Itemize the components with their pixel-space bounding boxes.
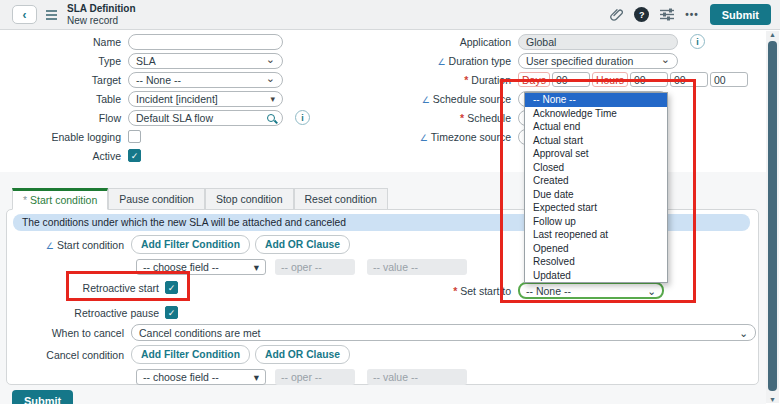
value-field: -- value -- <box>367 369 467 385</box>
add-filter-condition-button[interactable]: Add Filter Condition <box>131 345 250 364</box>
check-icon: ✓ <box>168 283 176 293</box>
duration-label: *Duration <box>390 74 518 86</box>
dropdown-option[interactable]: Acknowledge Time <box>525 107 667 121</box>
retroactive-pause-checkbox[interactable]: ✓ <box>165 306 178 319</box>
set-start-to-label: *Set start to <box>390 285 518 297</box>
page-subtitle: New record <box>67 15 136 27</box>
operator-field: -- oper -- <box>275 259 355 275</box>
more-options-icon[interactable]: ••• <box>685 9 699 20</box>
duration-type-label: ∠Duration type <box>390 55 518 67</box>
when-to-cancel-select[interactable]: Cancel conditions are met⌄ <box>131 324 756 341</box>
duration-type-select[interactable]: User specified duration⌄ <box>518 53 678 69</box>
active-label: Active <box>0 150 128 162</box>
duration-hours-label: Hours <box>592 72 628 87</box>
field-indicator-icon: ∠ <box>46 241 54 251</box>
tab-reset-condition[interactable]: Reset condition <box>294 188 388 210</box>
personalize-form-icon[interactable] <box>660 8 674 21</box>
retroactive-start-checkbox[interactable]: ✓ <box>165 281 178 294</box>
duration-hours-input[interactable]: 00 <box>630 72 668 87</box>
scroll-up-icon[interactable]: ▲ <box>766 31 779 38</box>
name-field[interactable] <box>128 34 283 50</box>
dropdown-option[interactable]: Created <box>525 174 667 188</box>
duration-seconds-input[interactable]: 00 <box>710 72 748 87</box>
dropdown-option[interactable]: Updated <box>525 269 667 283</box>
dropdown-option[interactable]: Actual end <box>525 120 667 134</box>
dropdown-option[interactable]: Follow up <box>525 215 667 229</box>
required-icon: * <box>453 285 457 297</box>
choose-field-select[interactable]: -- choose field --▾ <box>136 259 266 275</box>
dropdown-option[interactable]: -- None -- <box>525 93 667 107</box>
dropdown-option[interactable]: Closed <box>525 161 667 175</box>
check-icon: ✓ <box>168 308 176 318</box>
flow-label: Flow <box>0 112 128 124</box>
dropdown-option[interactable]: Due date <box>525 188 667 202</box>
active-checkbox[interactable]: ✓ <box>128 149 141 162</box>
dropdown-option[interactable]: Expected start <box>525 201 667 215</box>
duration-minutes-input[interactable]: 00 <box>670 72 708 87</box>
required-icon: * <box>464 74 468 86</box>
back-button[interactable]: ‹ <box>12 5 37 24</box>
form-header: ‹ SLA Definition New record ? ••• Submit <box>0 0 780 30</box>
tab-stop-condition[interactable]: Stop condition <box>205 188 294 210</box>
start-condition-label: ∠Start condition <box>7 239 131 251</box>
submit-button-header[interactable]: Submit <box>710 4 771 25</box>
set-start-to-select[interactable]: -- None --⌄ <box>518 282 664 299</box>
cancel-condition-label: Cancel condition <box>7 349 131 361</box>
dropdown-option[interactable]: Last reopened at <box>525 228 667 242</box>
record-title: SLA Definition New record <box>67 3 136 27</box>
chevron-down-icon: ⌄ <box>647 285 656 297</box>
scrollbar-thumb[interactable] <box>768 41 777 391</box>
type-label: Type <box>0 55 128 67</box>
chevron-down-icon: ⌄ <box>739 327 748 339</box>
form-column-left: Name Type SLA⌄ Target -- None --⌄ Table … <box>0 32 390 165</box>
scroll-down-icon[interactable]: ▼ <box>766 396 779 403</box>
timezone-source-label: ∠Timezone source <box>390 131 518 143</box>
attachment-icon[interactable] <box>610 7 623 22</box>
application-field: Global <box>518 34 678 50</box>
add-or-clause-button[interactable]: Add OR Clause <box>255 235 350 254</box>
tab-pause-condition[interactable]: Pause condition <box>108 188 205 210</box>
table-select[interactable]: Incident [incident]▾ <box>128 91 283 107</box>
table-label: Table <box>0 93 128 105</box>
schedule-source-label: ∠Schedule source <box>390 93 518 105</box>
dropdown-option[interactable]: Opened <box>525 242 667 256</box>
help-icon[interactable]: ? <box>634 7 649 22</box>
tab-start-condition[interactable]: *Start condition <box>12 188 108 210</box>
triangle-down-icon: ▾ <box>254 261 259 273</box>
vertical-scrollbar[interactable]: ▲ ▼ <box>766 31 779 403</box>
schedule-label: *Schedule <box>390 112 518 124</box>
field-indicator-icon: ∠ <box>420 133 428 143</box>
add-or-clause-button[interactable]: Add OR Clause <box>255 345 350 364</box>
operator-field: -- oper -- <box>275 369 355 385</box>
submit-button-footer[interactable]: Submit <box>12 390 73 404</box>
name-input[interactable] <box>136 36 275 48</box>
field-indicator-icon: ∠ <box>422 95 430 105</box>
required-icon: * <box>460 112 464 124</box>
retroactive-start-label: Retroactive start <box>7 282 165 294</box>
search-icon[interactable] <box>267 114 275 122</box>
duration-days-label: Days <box>518 72 550 87</box>
dropdown-option[interactable]: Resolved <box>525 255 667 269</box>
page-title: SLA Definition <box>67 3 136 15</box>
dropdown-option[interactable]: Actual start <box>525 134 667 148</box>
dropdown-option[interactable]: Approval set <box>525 147 667 161</box>
choose-field-select[interactable]: -- choose field --▾ <box>136 369 266 385</box>
when-to-cancel-label: When to cancel <box>7 327 131 339</box>
check-icon: ✓ <box>131 151 139 161</box>
application-info-icon[interactable]: i <box>690 34 705 49</box>
duration-field: Days 00 Hours 00 00 00 <box>518 72 748 87</box>
target-select[interactable]: -- None --⌄ <box>128 72 283 88</box>
flow-info-icon[interactable]: i <box>295 110 310 125</box>
enable-logging-label: Enable logging <box>0 131 128 143</box>
context-menu-icon[interactable] <box>46 10 57 20</box>
application-label: Application <box>390 36 518 48</box>
add-filter-condition-button[interactable]: Add Filter Condition <box>131 235 250 254</box>
target-label: Target <box>0 74 128 86</box>
retroactive-pause-label: Retroactive pause <box>7 307 165 319</box>
type-select[interactable]: SLA⌄ <box>128 53 283 69</box>
set-start-to-row: *Set start to -- None --⌄ <box>390 282 664 299</box>
flow-field[interactable]: Default SLA flow <box>128 110 283 126</box>
duration-days-input[interactable]: 00 <box>552 72 590 87</box>
enable-logging-checkbox[interactable] <box>128 130 141 143</box>
back-icon: ‹ <box>23 8 27 22</box>
